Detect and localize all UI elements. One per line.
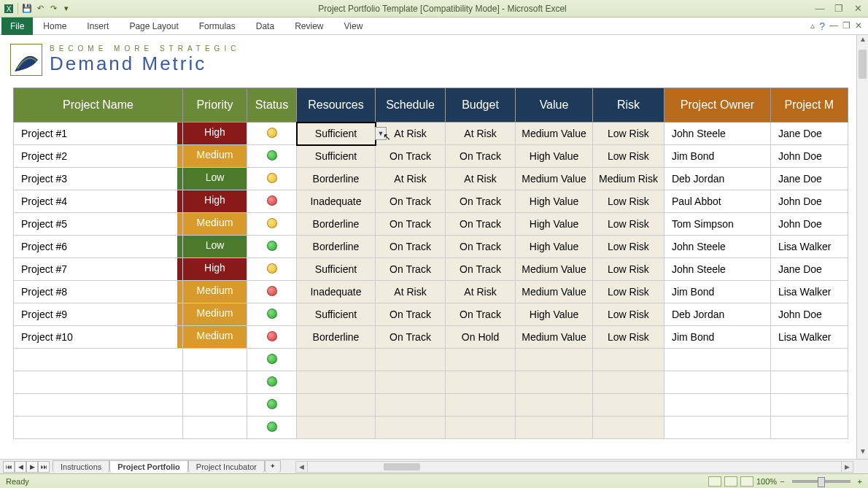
- cell-project-name[interactable]: Project #10: [14, 326, 183, 349]
- cell-status[interactable]: [247, 281, 297, 303]
- first-sheet-button[interactable]: ⏮: [3, 461, 15, 473]
- cell-status[interactable]: [247, 417, 297, 439]
- cell-status[interactable]: [247, 168, 297, 190]
- cell-resources[interactable]: [297, 349, 376, 371]
- next-sheet-button[interactable]: ▶: [26, 461, 38, 473]
- cell-project-manager[interactable]: Jane Doe: [770, 123, 848, 145]
- page-layout-view-button[interactable]: [724, 476, 737, 487]
- cell-priority[interactable]: Medium: [183, 281, 247, 303]
- cell-project-name[interactable]: Project #7: [14, 258, 183, 281]
- cell-project-name[interactable]: [14, 371, 183, 394]
- cell-risk[interactable]: Low Risk: [593, 326, 664, 349]
- cell-project-owner[interactable]: Tom Simpson: [664, 213, 770, 236]
- cell-project-owner[interactable]: [664, 371, 770, 394]
- cell-project-manager[interactable]: [770, 349, 848, 371]
- cell-priority[interactable]: Medium: [183, 303, 247, 326]
- cell-status[interactable]: [247, 123, 297, 145]
- cell-status[interactable]: [247, 303, 297, 326]
- header-priority[interactable]: Priority: [183, 88, 247, 123]
- cell-project-manager[interactable]: John Doe: [770, 303, 848, 326]
- hscroll-thumb[interactable]: [384, 463, 420, 470]
- normal-view-button[interactable]: [708, 476, 721, 487]
- cell-project-owner[interactable]: Paul Abbot: [664, 190, 770, 213]
- cell-priority[interactable]: Medium: [183, 326, 247, 349]
- cell-risk[interactable]: Low Risk: [593, 123, 664, 145]
- cell-risk[interactable]: Low Risk: [593, 213, 664, 236]
- cell-resources[interactable]: Borderline: [297, 326, 376, 349]
- cell-budget[interactable]: At Risk: [446, 123, 516, 145]
- cell-project-name[interactable]: [14, 394, 183, 417]
- cell-status[interactable]: [247, 394, 297, 417]
- cell-project-owner[interactable]: John Steele: [664, 258, 770, 281]
- cell-budget[interactable]: [446, 349, 516, 371]
- redo-icon[interactable]: ↷: [47, 3, 59, 15]
- cell-budget[interactable]: On Hold: [446, 326, 516, 349]
- cell-resources[interactable]: Borderline: [297, 213, 376, 236]
- cell-project-name[interactable]: Project #4: [14, 190, 183, 213]
- cell-risk[interactable]: [593, 417, 664, 439]
- cell-risk[interactable]: Medium Risk: [593, 168, 664, 190]
- cell-value[interactable]: [516, 417, 593, 439]
- cell-value[interactable]: High Value: [516, 145, 593, 168]
- cell-priority[interactable]: High: [183, 258, 247, 281]
- cell-priority[interactable]: Medium: [183, 213, 247, 236]
- cell-resources[interactable]: Sufficient: [297, 145, 376, 168]
- tab-formulas[interactable]: Formulas: [189, 18, 246, 34]
- cell-resources[interactable]: Inadequate: [297, 281, 376, 303]
- cell-risk[interactable]: Low Risk: [593, 303, 664, 326]
- header-schedule[interactable]: Schedule: [376, 88, 446, 123]
- doc-close-icon[interactable]: ✕: [855, 20, 862, 32]
- cell-schedule[interactable]: On Track: [376, 190, 446, 213]
- cell-resources[interactable]: [297, 394, 376, 417]
- cell-project-manager[interactable]: Jane Doe: [770, 258, 848, 281]
- sheet-tab[interactable]: Project Portfolio: [109, 460, 188, 473]
- cell-project-manager[interactable]: [770, 371, 848, 394]
- scroll-down-icon[interactable]: ▼: [857, 447, 868, 459]
- doc-minimize-icon[interactable]: —: [829, 20, 838, 32]
- restore-button[interactable]: ❐: [832, 3, 846, 15]
- header-resources[interactable]: Resources: [297, 88, 376, 123]
- cell-budget[interactable]: On Track: [446, 236, 516, 258]
- cell-status[interactable]: [247, 236, 297, 258]
- header-status[interactable]: Status: [247, 88, 297, 123]
- help-icon[interactable]: ?: [819, 20, 825, 32]
- cell-resources[interactable]: [297, 417, 376, 439]
- cell-project-manager[interactable]: [770, 417, 848, 439]
- cell-project-name[interactable]: Project #2: [14, 145, 183, 168]
- tab-home[interactable]: Home: [33, 18, 77, 34]
- doc-restore-icon[interactable]: ❐: [842, 20, 850, 32]
- cell-schedule[interactable]: At Risk: [376, 168, 446, 190]
- cell-budget[interactable]: At Risk: [446, 168, 516, 190]
- cell-priority[interactable]: Low: [183, 168, 247, 190]
- save-icon[interactable]: 💾: [21, 3, 33, 15]
- cell-resources[interactable]: Sufficient▼↖: [297, 123, 376, 145]
- header-risk[interactable]: Risk: [593, 88, 664, 123]
- cell-risk[interactable]: Low Risk: [593, 258, 664, 281]
- cell-project-name[interactable]: [14, 349, 183, 371]
- cell-risk[interactable]: Low Risk: [593, 281, 664, 303]
- cell-project-manager[interactable]: Lisa Walker: [770, 236, 848, 258]
- cell-project-owner[interactable]: [664, 394, 770, 417]
- cell-resources[interactable]: [297, 371, 376, 394]
- cell-priority[interactable]: [183, 371, 247, 394]
- cell-project-name[interactable]: Project #3: [14, 168, 183, 190]
- cell-value[interactable]: [516, 394, 593, 417]
- cell-schedule[interactable]: On Track: [376, 236, 446, 258]
- cell-project-owner[interactable]: Jim Bond: [664, 326, 770, 349]
- cell-priority[interactable]: High: [183, 190, 247, 213]
- tab-page-layout[interactable]: Page Layout: [119, 18, 188, 34]
- cell-status[interactable]: [247, 213, 297, 236]
- cell-budget[interactable]: On Track: [446, 145, 516, 168]
- header-project-name[interactable]: Project Name: [14, 88, 183, 123]
- cell-schedule[interactable]: At Risk: [376, 281, 446, 303]
- cell-project-owner[interactable]: John Steele: [664, 123, 770, 145]
- cell-risk[interactable]: Low Risk: [593, 190, 664, 213]
- cell-budget[interactable]: [446, 394, 516, 417]
- cell-status[interactable]: [247, 190, 297, 213]
- insert-sheet-button[interactable]: ✦: [265, 460, 281, 473]
- cell-risk[interactable]: Low Risk: [593, 236, 664, 258]
- scroll-right-icon[interactable]: ▶: [841, 462, 853, 472]
- cell-value[interactable]: [516, 349, 593, 371]
- scroll-thumb[interactable]: [859, 50, 867, 79]
- cell-risk[interactable]: [593, 371, 664, 394]
